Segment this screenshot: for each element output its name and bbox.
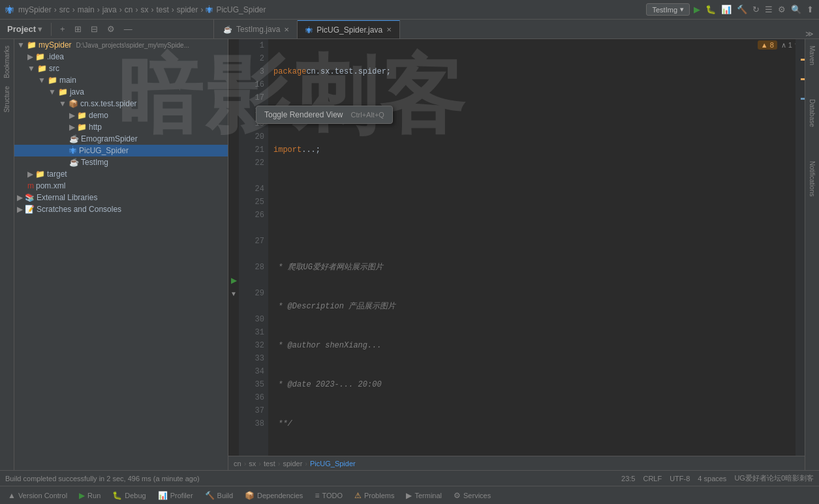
update-button[interactable]: ↻ — [752, 5, 760, 14]
tree-item-src[interactable]: ▼ 📁 src — [14, 63, 228, 74]
tree-item-idea[interactable]: ▶ 📁 .idea — [14, 51, 228, 63]
code-line-21: * @date 2023-... 20:00 — [273, 378, 790, 391]
dependencies-button[interactable]: 📦 Dependencies — [240, 490, 308, 501]
bc-picug[interactable]: PicUG_Spider — [310, 460, 356, 467]
line-num-21: 21 — [243, 143, 264, 156]
vc-label: Version Control — [18, 492, 67, 499]
profiler-button[interactable]: 📊 Profiler — [153, 490, 198, 501]
tree-item-pom[interactable]: m pom.xml — [14, 180, 228, 192]
chevron-down-icon[interactable]: ▾ — [680, 5, 684, 14]
close-icon[interactable]: ✕ — [284, 26, 289, 33]
run-button-bottom[interactable]: ▶ Run — [74, 490, 106, 501]
gutter-line-3 — [228, 65, 239, 78]
minimize-button[interactable]: — — [121, 23, 136, 35]
profile-button[interactable]: 📊 — [721, 5, 732, 14]
gutter-fold[interactable]: ▼ — [228, 287, 239, 300]
settings-button[interactable]: ⚙ — [778, 5, 786, 14]
line-ending[interactable]: CRLF — [643, 475, 662, 482]
services-button[interactable]: ⚙ Services — [448, 490, 496, 501]
tree-item-testimgclass[interactable]: ☕ TestImg — [14, 156, 228, 168]
expand-icon: ▼ — [38, 76, 46, 85]
tree-item-main[interactable]: ▼ 📁 main — [14, 74, 228, 86]
bookmarks-label[interactable]: Bookmarks — [2, 43, 12, 81]
new-file-button[interactable]: + — [57, 23, 69, 35]
tree-label: External Libraries — [37, 193, 97, 202]
settings-button[interactable]: ⚙ — [104, 23, 118, 35]
status-left: Build completed successfully in 2 sec, 4… — [5, 475, 200, 482]
tree-path: D:\Java_projects\spider_my\mySpide... — [76, 42, 189, 49]
tab-picug-spider-label: PicUG_Spider.java — [317, 25, 382, 35]
debug-button-bottom[interactable]: 🐛 Debug — [107, 490, 151, 501]
tree-item-demo[interactable]: ▶ 📁 demo — [14, 110, 228, 121]
gutter-line-blank5 — [228, 130, 239, 143]
right-scrollbar[interactable] — [796, 39, 805, 456]
project-label: Project — [7, 24, 36, 34]
git-icon[interactable]: ⬆ — [807, 5, 814, 14]
build-button[interactable]: 🔨 — [737, 5, 747, 14]
run-gutter-icon[interactable]: ▶ — [231, 276, 237, 285]
expand-all-button[interactable]: ⊞ — [71, 23, 85, 35]
tabs-overflow-button[interactable]: ≫ — [800, 29, 819, 38]
line-num-16: 16 — [243, 78, 264, 91]
vc-icon: ▲ — [8, 491, 16, 500]
tree-item-package[interactable]: ▼ 📦 cn.sx.test.spider — [14, 98, 228, 110]
cursor-position[interactable]: 23:5 — [621, 475, 635, 482]
database-label[interactable]: Database — [807, 96, 817, 130]
problems-button[interactable]: ⚠ Problems — [349, 490, 399, 501]
tree-item-myspider[interactable]: ▼ 📁 mySpider D:\Java_projects\spider_my\… — [14, 39, 228, 51]
bc-sx: sx — [249, 460, 256, 467]
line-num-28a: 28 — [243, 248, 264, 261]
folder-icon: 📁 — [58, 87, 68, 96]
notifications-label[interactable]: Notifications — [807, 158, 817, 199]
todo-label: TODO — [322, 492, 343, 499]
folder-icon: 📁 — [48, 76, 57, 85]
build-button-bottom[interactable]: 🔨 Build — [200, 490, 238, 501]
code-editor[interactable]: package cn.sx.test.spider; import ...; *… — [268, 39, 796, 456]
problems-icon: ⚠ — [354, 491, 362, 500]
line-num-32: 32 — [243, 339, 264, 352]
tree-item-emogramspider[interactable]: ☕ EmogramSpider — [14, 133, 228, 145]
maven-label[interactable]: Maven — [807, 43, 817, 68]
gutter-line-blank13 — [228, 235, 239, 248]
editor-area: ▲ 8 ∧ 1 ∨ — [228, 39, 805, 470]
line-num-29a: 29 — [243, 274, 264, 287]
tree-item-target[interactable]: ▶ 📁 target — [14, 168, 228, 180]
tab-testimg[interactable]: ☕ TestImg.java ✕ — [215, 20, 298, 38]
java-icon: ☕ — [69, 134, 79, 143]
todo-button[interactable]: ≡ TODO — [309, 490, 348, 501]
editor-scroll[interactable]: ▶ ▼ 1 2 3 16 17 18 19 20 21 22 23 24 25 … — [228, 39, 805, 456]
tab-picug-spider[interactable]: 🕷 PicUG_Spider.java ✕ — [298, 20, 400, 38]
project-label-button[interactable]: Project ▾ — [4, 23, 46, 35]
indent-info[interactable]: 4 spaces — [698, 475, 726, 482]
scroll-mark-2 — [801, 78, 805, 80]
tree-item-java[interactable]: ▼ 📁 java — [14, 86, 228, 98]
gutter-run-arrow[interactable]: ▶ — [228, 274, 239, 287]
package-icon: 📦 — [69, 99, 78, 108]
structure-label[interactable]: Structure — [2, 83, 12, 115]
tree-item-external-libs[interactable]: ▶ 📚 External Libraries — [14, 192, 228, 203]
coverage-button[interactable]: ☰ — [765, 5, 773, 14]
run-button[interactable]: ▶ — [694, 5, 700, 14]
version-control-button[interactable]: ▲ Version Control — [3, 490, 72, 501]
tree-label: target — [47, 170, 67, 179]
tree-item-picug-spider[interactable]: 🕷 PicUG_Spider — [14, 145, 228, 156]
tree-item-http[interactable]: ▶ 📁 http — [14, 121, 228, 133]
debug-button[interactable]: 🐛 — [705, 5, 716, 14]
encoding[interactable]: UTF-8 — [670, 475, 690, 482]
tree-label: demo — [89, 111, 108, 120]
line-num-1: 1 — [243, 39, 264, 52]
expand-icon: ▼ — [59, 99, 67, 108]
editor-tabs: ☕ TestImg.java ✕ 🕷 PicUG_Spider.java ✕ ≫ — [214, 20, 819, 39]
run-config-selector[interactable]: TestImg ▾ — [646, 3, 690, 16]
close-icon[interactable]: ✕ — [386, 26, 392, 33]
line-num-27a: 27 — [243, 222, 264, 235]
expand-icon: ▼ — [17, 40, 25, 50]
tree-item-scratches[interactable]: ▶ 📝 Scratches and Consoles — [14, 203, 228, 215]
terminal-button[interactable]: ▶ Terminal — [401, 490, 447, 501]
fold-icon[interactable]: ▼ — [230, 290, 237, 297]
search-icon[interactable]: 🔍 — [791, 5, 801, 14]
warning-badge[interactable]: ▲ 8 — [758, 40, 777, 50]
line-num-24: 24 — [243, 183, 264, 196]
expand-icon: ▶ — [17, 205, 23, 214]
collapse-all-button[interactable]: ⊟ — [87, 23, 101, 35]
